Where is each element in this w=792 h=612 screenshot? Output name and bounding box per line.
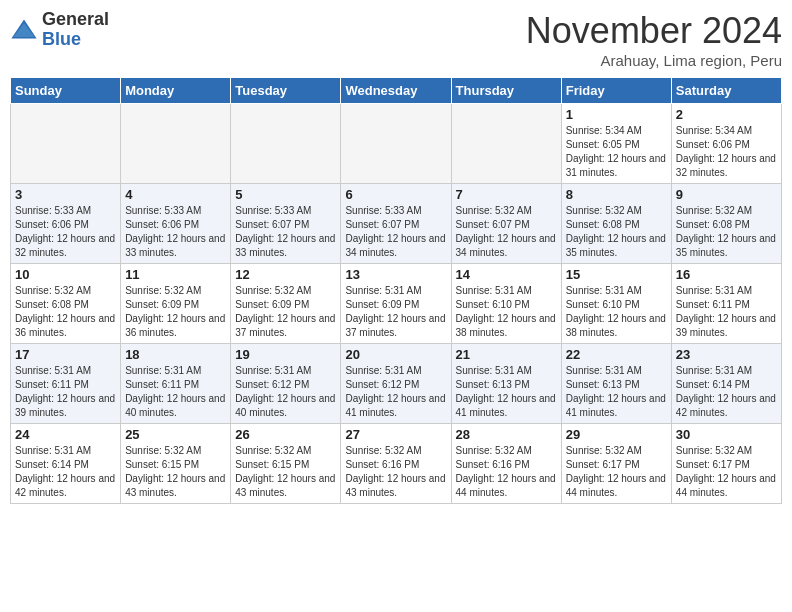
day-number: 23 (676, 347, 777, 362)
week-row-3: 10Sunrise: 5:32 AM Sunset: 6:08 PM Dayli… (11, 264, 782, 344)
day-cell: 7Sunrise: 5:32 AM Sunset: 6:07 PM Daylig… (451, 184, 561, 264)
day-number: 2 (676, 107, 777, 122)
day-cell: 9Sunrise: 5:32 AM Sunset: 6:08 PM Daylig… (671, 184, 781, 264)
day-cell: 8Sunrise: 5:32 AM Sunset: 6:08 PM Daylig… (561, 184, 671, 264)
day-info: Sunrise: 5:32 AM Sunset: 6:09 PM Dayligh… (125, 284, 226, 340)
day-info: Sunrise: 5:32 AM Sunset: 6:16 PM Dayligh… (345, 444, 446, 500)
day-info: Sunrise: 5:31 AM Sunset: 6:10 PM Dayligh… (566, 284, 667, 340)
day-cell: 6Sunrise: 5:33 AM Sunset: 6:07 PM Daylig… (341, 184, 451, 264)
day-info: Sunrise: 5:32 AM Sunset: 6:15 PM Dayligh… (235, 444, 336, 500)
day-cell: 15Sunrise: 5:31 AM Sunset: 6:10 PM Dayli… (561, 264, 671, 344)
weekday-header-tuesday: Tuesday (231, 78, 341, 104)
day-info: Sunrise: 5:31 AM Sunset: 6:11 PM Dayligh… (125, 364, 226, 420)
day-number: 21 (456, 347, 557, 362)
day-cell: 10Sunrise: 5:32 AM Sunset: 6:08 PM Dayli… (11, 264, 121, 344)
day-number: 25 (125, 427, 226, 442)
day-number: 13 (345, 267, 446, 282)
logo: General Blue (10, 10, 109, 50)
weekday-header-monday: Monday (121, 78, 231, 104)
day-cell: 2Sunrise: 5:34 AM Sunset: 6:06 PM Daylig… (671, 104, 781, 184)
day-number: 1 (566, 107, 667, 122)
day-cell: 22Sunrise: 5:31 AM Sunset: 6:13 PM Dayli… (561, 344, 671, 424)
svg-marker-1 (14, 23, 35, 37)
day-cell: 24Sunrise: 5:31 AM Sunset: 6:14 PM Dayli… (11, 424, 121, 504)
weekday-header-friday: Friday (561, 78, 671, 104)
week-row-1: 1Sunrise: 5:34 AM Sunset: 6:05 PM Daylig… (11, 104, 782, 184)
day-cell: 4Sunrise: 5:33 AM Sunset: 6:06 PM Daylig… (121, 184, 231, 264)
day-info: Sunrise: 5:31 AM Sunset: 6:13 PM Dayligh… (566, 364, 667, 420)
day-info: Sunrise: 5:32 AM Sunset: 6:08 PM Dayligh… (15, 284, 116, 340)
day-cell: 28Sunrise: 5:32 AM Sunset: 6:16 PM Dayli… (451, 424, 561, 504)
day-info: Sunrise: 5:34 AM Sunset: 6:05 PM Dayligh… (566, 124, 667, 180)
day-cell: 18Sunrise: 5:31 AM Sunset: 6:11 PM Dayli… (121, 344, 231, 424)
title-block: November 2024 Arahuay, Lima region, Peru (526, 10, 782, 69)
day-info: Sunrise: 5:34 AM Sunset: 6:06 PM Dayligh… (676, 124, 777, 180)
location: Arahuay, Lima region, Peru (526, 52, 782, 69)
day-number: 18 (125, 347, 226, 362)
day-cell (231, 104, 341, 184)
day-info: Sunrise: 5:32 AM Sunset: 6:07 PM Dayligh… (456, 204, 557, 260)
weekday-header-sunday: Sunday (11, 78, 121, 104)
day-number: 20 (345, 347, 446, 362)
day-number: 8 (566, 187, 667, 202)
calendar: SundayMondayTuesdayWednesdayThursdayFrid… (10, 77, 782, 504)
day-cell: 30Sunrise: 5:32 AM Sunset: 6:17 PM Dayli… (671, 424, 781, 504)
day-info: Sunrise: 5:31 AM Sunset: 6:11 PM Dayligh… (15, 364, 116, 420)
day-info: Sunrise: 5:32 AM Sunset: 6:08 PM Dayligh… (566, 204, 667, 260)
day-cell (341, 104, 451, 184)
day-cell: 11Sunrise: 5:32 AM Sunset: 6:09 PM Dayli… (121, 264, 231, 344)
day-info: Sunrise: 5:31 AM Sunset: 6:11 PM Dayligh… (676, 284, 777, 340)
day-number: 15 (566, 267, 667, 282)
day-info: Sunrise: 5:32 AM Sunset: 6:16 PM Dayligh… (456, 444, 557, 500)
day-cell (121, 104, 231, 184)
day-cell: 27Sunrise: 5:32 AM Sunset: 6:16 PM Dayli… (341, 424, 451, 504)
day-number: 9 (676, 187, 777, 202)
day-cell: 17Sunrise: 5:31 AM Sunset: 6:11 PM Dayli… (11, 344, 121, 424)
day-info: Sunrise: 5:33 AM Sunset: 6:06 PM Dayligh… (125, 204, 226, 260)
day-number: 4 (125, 187, 226, 202)
day-cell: 20Sunrise: 5:31 AM Sunset: 6:12 PM Dayli… (341, 344, 451, 424)
day-number: 30 (676, 427, 777, 442)
day-cell: 23Sunrise: 5:31 AM Sunset: 6:14 PM Dayli… (671, 344, 781, 424)
day-cell: 1Sunrise: 5:34 AM Sunset: 6:05 PM Daylig… (561, 104, 671, 184)
day-number: 3 (15, 187, 116, 202)
logo-blue: Blue (42, 30, 109, 50)
day-info: Sunrise: 5:31 AM Sunset: 6:09 PM Dayligh… (345, 284, 446, 340)
day-number: 27 (345, 427, 446, 442)
day-number: 10 (15, 267, 116, 282)
logo-general: General (42, 10, 109, 30)
weekday-header-saturday: Saturday (671, 78, 781, 104)
logo-icon (10, 16, 38, 44)
day-info: Sunrise: 5:32 AM Sunset: 6:09 PM Dayligh… (235, 284, 336, 340)
day-info: Sunrise: 5:31 AM Sunset: 6:14 PM Dayligh… (676, 364, 777, 420)
day-cell: 14Sunrise: 5:31 AM Sunset: 6:10 PM Dayli… (451, 264, 561, 344)
day-cell: 19Sunrise: 5:31 AM Sunset: 6:12 PM Dayli… (231, 344, 341, 424)
weekday-header-row: SundayMondayTuesdayWednesdayThursdayFrid… (11, 78, 782, 104)
day-number: 19 (235, 347, 336, 362)
day-info: Sunrise: 5:31 AM Sunset: 6:10 PM Dayligh… (456, 284, 557, 340)
weekday-header-thursday: Thursday (451, 78, 561, 104)
day-info: Sunrise: 5:32 AM Sunset: 6:08 PM Dayligh… (676, 204, 777, 260)
day-number: 26 (235, 427, 336, 442)
day-cell: 25Sunrise: 5:32 AM Sunset: 6:15 PM Dayli… (121, 424, 231, 504)
weekday-header-wednesday: Wednesday (341, 78, 451, 104)
day-number: 14 (456, 267, 557, 282)
day-cell (11, 104, 121, 184)
week-row-4: 17Sunrise: 5:31 AM Sunset: 6:11 PM Dayli… (11, 344, 782, 424)
day-cell: 26Sunrise: 5:32 AM Sunset: 6:15 PM Dayli… (231, 424, 341, 504)
logo-text: General Blue (42, 10, 109, 50)
week-row-5: 24Sunrise: 5:31 AM Sunset: 6:14 PM Dayli… (11, 424, 782, 504)
day-info: Sunrise: 5:33 AM Sunset: 6:07 PM Dayligh… (345, 204, 446, 260)
day-number: 16 (676, 267, 777, 282)
day-number: 22 (566, 347, 667, 362)
page-header: General Blue November 2024 Arahuay, Lima… (10, 10, 782, 69)
day-number: 24 (15, 427, 116, 442)
day-cell: 29Sunrise: 5:32 AM Sunset: 6:17 PM Dayli… (561, 424, 671, 504)
month-title: November 2024 (526, 10, 782, 52)
day-info: Sunrise: 5:32 AM Sunset: 6:17 PM Dayligh… (676, 444, 777, 500)
day-info: Sunrise: 5:31 AM Sunset: 6:12 PM Dayligh… (235, 364, 336, 420)
day-number: 17 (15, 347, 116, 362)
day-info: Sunrise: 5:31 AM Sunset: 6:12 PM Dayligh… (345, 364, 446, 420)
day-cell: 21Sunrise: 5:31 AM Sunset: 6:13 PM Dayli… (451, 344, 561, 424)
day-cell: 13Sunrise: 5:31 AM Sunset: 6:09 PM Dayli… (341, 264, 451, 344)
